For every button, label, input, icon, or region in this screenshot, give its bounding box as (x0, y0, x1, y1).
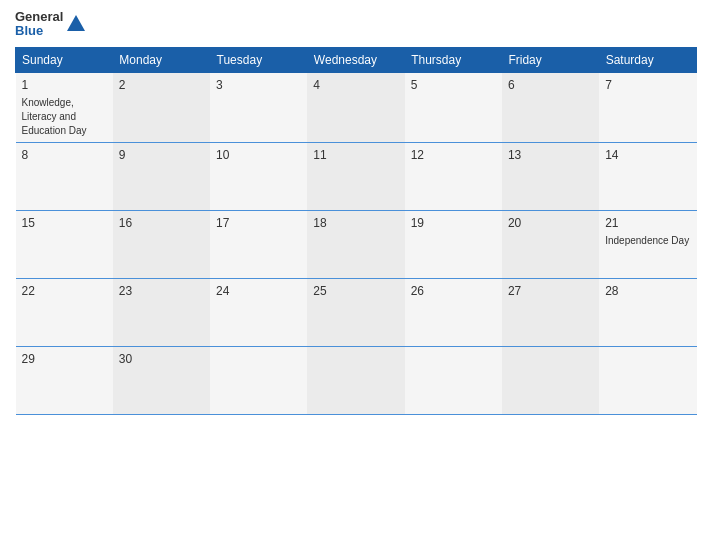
day-number: 12 (411, 148, 496, 162)
calendar-cell (502, 346, 599, 414)
calendar-cell: 14 (599, 142, 696, 210)
calendar-cell: 6 (502, 72, 599, 142)
calendar-cell: 4 (307, 72, 404, 142)
calendar-cell: 8 (16, 142, 113, 210)
calendar-cell: 2 (113, 72, 210, 142)
week-row-4: 22232425262728 (16, 278, 697, 346)
day-number: 13 (508, 148, 593, 162)
logo-icon (65, 13, 87, 35)
day-header-sunday: Sunday (16, 47, 113, 72)
day-header-tuesday: Tuesday (210, 47, 307, 72)
day-number: 14 (605, 148, 690, 162)
calendar-table: SundayMondayTuesdayWednesdayThursdayFrid… (15, 47, 697, 415)
calendar-cell: 25 (307, 278, 404, 346)
calendar-cell: 21Independence Day (599, 210, 696, 278)
day-number: 19 (411, 216, 496, 230)
calendar-cell (210, 346, 307, 414)
logo: GeneralBlue (15, 10, 87, 39)
calendar-cell: 30 (113, 346, 210, 414)
calendar-header: SundayMondayTuesdayWednesdayThursdayFrid… (16, 47, 697, 72)
day-number: 29 (22, 352, 107, 366)
day-number: 22 (22, 284, 107, 298)
day-number: 25 (313, 284, 398, 298)
event-label: Knowledge, Literacy and Education Day (22, 97, 87, 136)
day-number: 11 (313, 148, 398, 162)
day-header-monday: Monday (113, 47, 210, 72)
day-number: 26 (411, 284, 496, 298)
calendar-cell: 5 (405, 72, 502, 142)
week-row-1: 1Knowledge, Literacy and Education Day23… (16, 72, 697, 142)
day-number: 30 (119, 352, 204, 366)
calendar-cell: 1Knowledge, Literacy and Education Day (16, 72, 113, 142)
day-number: 16 (119, 216, 204, 230)
day-header-friday: Friday (502, 47, 599, 72)
week-row-3: 15161718192021Independence Day (16, 210, 697, 278)
day-number: 17 (216, 216, 301, 230)
day-number: 3 (216, 78, 301, 92)
calendar-cell: 23 (113, 278, 210, 346)
day-number: 8 (22, 148, 107, 162)
day-number: 9 (119, 148, 204, 162)
calendar-cell: 15 (16, 210, 113, 278)
calendar-cell: 9 (113, 142, 210, 210)
calendar-cell: 3 (210, 72, 307, 142)
calendar-cell: 26 (405, 278, 502, 346)
event-label: Independence Day (605, 235, 689, 246)
calendar-cell: 22 (16, 278, 113, 346)
day-header-thursday: Thursday (405, 47, 502, 72)
day-number: 5 (411, 78, 496, 92)
days-of-week-row: SundayMondayTuesdayWednesdayThursdayFrid… (16, 47, 697, 72)
day-number: 10 (216, 148, 301, 162)
calendar-cell: 10 (210, 142, 307, 210)
calendar-cell: 29 (16, 346, 113, 414)
day-number: 2 (119, 78, 204, 92)
day-number: 1 (22, 78, 107, 92)
day-number: 20 (508, 216, 593, 230)
calendar-cell: 11 (307, 142, 404, 210)
calendar-cell: 12 (405, 142, 502, 210)
day-header-saturday: Saturday (599, 47, 696, 72)
calendar-cell (599, 346, 696, 414)
calendar-cell: 24 (210, 278, 307, 346)
calendar-body: 1Knowledge, Literacy and Education Day23… (16, 72, 697, 414)
calendar-cell: 19 (405, 210, 502, 278)
day-number: 21 (605, 216, 690, 230)
page-header: GeneralBlue (15, 10, 697, 39)
day-number: 23 (119, 284, 204, 298)
calendar-cell: 7 (599, 72, 696, 142)
day-number: 24 (216, 284, 301, 298)
day-number: 28 (605, 284, 690, 298)
calendar-cell: 20 (502, 210, 599, 278)
logo-text: GeneralBlue (15, 10, 63, 39)
calendar-page: GeneralBlue SundayMondayTuesdayWednesday… (0, 0, 712, 550)
calendar-cell: 16 (113, 210, 210, 278)
day-number: 18 (313, 216, 398, 230)
calendar-cell: 13 (502, 142, 599, 210)
day-number: 4 (313, 78, 398, 92)
day-header-wednesday: Wednesday (307, 47, 404, 72)
calendar-cell: 27 (502, 278, 599, 346)
calendar-cell: 28 (599, 278, 696, 346)
week-row-2: 891011121314 (16, 142, 697, 210)
day-number: 27 (508, 284, 593, 298)
week-row-5: 2930 (16, 346, 697, 414)
calendar-cell (307, 346, 404, 414)
calendar-cell: 17 (210, 210, 307, 278)
calendar-cell: 18 (307, 210, 404, 278)
day-number: 6 (508, 78, 593, 92)
day-number: 15 (22, 216, 107, 230)
calendar-cell (405, 346, 502, 414)
day-number: 7 (605, 78, 690, 92)
svg-marker-0 (67, 15, 85, 31)
